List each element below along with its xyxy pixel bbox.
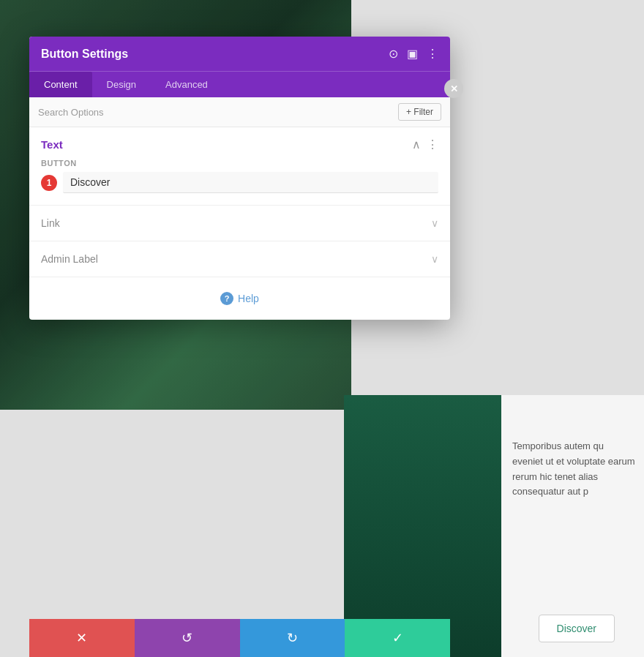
section-link-title: Link xyxy=(41,217,60,229)
collapse-icon[interactable]: ∧ xyxy=(412,138,421,151)
help-label: Help xyxy=(238,293,259,304)
save-button[interactable]: ✓ xyxy=(345,619,450,657)
save-icon: ✓ xyxy=(392,630,403,646)
section-link-header[interactable]: Link ∨ xyxy=(29,206,450,241)
section-more-icon[interactable]: ⋮ xyxy=(427,138,438,151)
tab-advanced[interactable]: Advanced xyxy=(151,72,222,97)
tab-bar: Content Design Advanced xyxy=(29,71,450,97)
help-icon: ? xyxy=(220,292,233,305)
modal-content: Text ∧ ⋮ Button 1 Link ∨ xyxy=(29,127,450,320)
undo-icon: ↺ xyxy=(181,630,192,646)
cancel-button[interactable]: ✕ xyxy=(29,619,135,657)
target-icon[interactable]: ⊙ xyxy=(389,47,398,61)
modal-title: Button Settings xyxy=(41,48,128,61)
section-link: Link ∨ xyxy=(29,206,450,241)
filter-button[interactable]: + Filter xyxy=(398,103,441,121)
bottom-toolbar: ✕ ↺ ↻ ✓ xyxy=(29,619,450,657)
tab-content[interactable]: Content xyxy=(29,72,92,97)
discover-button-preview: Discover xyxy=(539,615,615,642)
button-field-label: Button xyxy=(41,159,438,168)
section-text: Text ∧ ⋮ Button 1 xyxy=(29,127,450,206)
admin-label-chevron-icon: ∨ xyxy=(431,253,438,265)
link-chevron-icon: ∨ xyxy=(431,217,438,229)
right-panel-dark xyxy=(344,395,501,657)
modal-header-icons: ⊙ ▣ ⋮ xyxy=(389,47,438,61)
modal-close-button[interactable]: ✕ xyxy=(444,79,463,98)
section-admin-label-title: Admin Label xyxy=(41,253,98,265)
close-icon: ✕ xyxy=(450,84,458,94)
search-input[interactable] xyxy=(38,107,398,118)
button-settings-modal: Button Settings ⊙ ▣ ⋮ Content Design Adv… xyxy=(29,37,450,320)
background-text: Temporibus autem qu eveniet ut et volupt… xyxy=(512,439,644,500)
button-field-row: 1 xyxy=(41,172,438,193)
tab-design[interactable]: Design xyxy=(92,72,151,97)
split-view-icon[interactable]: ▣ xyxy=(407,47,418,61)
help-section[interactable]: ? Help xyxy=(29,277,450,320)
section-text-body: Button 1 xyxy=(29,159,450,205)
section-text-icons: ∧ ⋮ xyxy=(412,138,438,151)
section-text-title: Text xyxy=(41,138,63,151)
button-text-input[interactable] xyxy=(63,172,438,193)
section-text-header: Text ∧ ⋮ xyxy=(29,127,450,159)
more-options-icon[interactable]: ⋮ xyxy=(427,47,438,61)
section-admin-label-header[interactable]: Admin Label ∨ xyxy=(29,241,450,277)
redo-button[interactable]: ↻ xyxy=(240,619,345,657)
redo-icon: ↻ xyxy=(287,630,298,646)
modal-header: Button Settings ⊙ ▣ ⋮ xyxy=(29,37,450,71)
section-admin-label: Admin Label ∨ xyxy=(29,241,450,277)
field-badge: 1 xyxy=(41,175,57,191)
cancel-icon: ✕ xyxy=(76,630,87,646)
undo-button[interactable]: ↺ xyxy=(135,619,240,657)
search-bar: + Filter xyxy=(29,97,450,127)
